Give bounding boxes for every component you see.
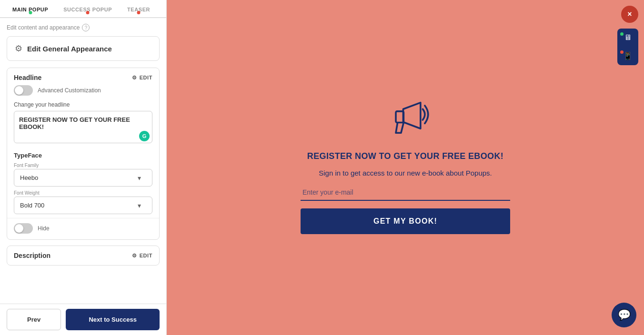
headline-section: Headline ⚙ EDIT Advanced Customization C… <box>7 68 160 240</box>
font-family-wrap: Font Family Heebo ▾ <box>7 163 159 190</box>
general-appearance-label: Edit General Appearance <box>27 45 112 53</box>
bottom-bar: Prev Next to Success <box>0 304 166 335</box>
close-button[interactable]: × <box>621 6 638 23</box>
help-icon[interactable]: ? <box>82 24 90 31</box>
tab-success-popup-dot <box>86 11 90 14</box>
panel-content: Edit content and appearance ? ⚙ Edit Gen… <box>0 18 166 304</box>
edit-content-label: Edit content and appearance ? <box>7 24 160 31</box>
description-gear-icon: ⚙ <box>132 253 137 259</box>
hide-toggle-row: Hide <box>7 218 159 239</box>
desktop-device-button[interactable]: 🖥 <box>617 29 638 47</box>
description-section-header: Description ⚙ EDIT <box>7 246 159 265</box>
email-placeholder: Enter your e-mail <box>302 188 508 196</box>
popup-card: REGISTER NOW TO GET YOUR FREE EBOOK! Sig… <box>282 82 529 253</box>
font-weight-wrap: Font Weight Bold 700 ▾ <box>7 190 159 218</box>
advanced-customization-row: Advanced Customization <box>7 85 159 100</box>
mobile-dot <box>620 50 624 54</box>
toggle-knob <box>15 86 23 95</box>
mobile-device-button[interactable]: 📱 <box>617 47 638 65</box>
left-panel: MAIN POPUP SUCCESS POPUP TEASER Edit con… <box>0 0 167 335</box>
grammarly-icon: G <box>139 131 150 141</box>
headline-title: Headline <box>14 74 41 81</box>
prev-button[interactable]: Prev <box>7 309 61 330</box>
change-headline-label: Change your headline <box>7 100 159 111</box>
popup-description: Sign in to get access to our new e-book … <box>319 169 492 177</box>
typeface-label: TypeFace <box>7 150 159 163</box>
font-weight-label: Font Weight <box>14 190 152 196</box>
hide-label: Hide <box>38 225 50 232</box>
headline-edit-button[interactable]: ⚙ EDIT <box>132 75 152 81</box>
megaphone-icon <box>379 96 432 144</box>
tab-bar: MAIN POPUP SUCCESS POPUP TEASER <box>0 0 166 18</box>
description-edit-button[interactable]: ⚙ EDIT <box>132 253 152 259</box>
chat-bubble-button[interactable]: 💬 <box>612 303 636 327</box>
chat-icon: 💬 <box>618 309 631 321</box>
device-switcher: 🖥 📱 <box>617 29 638 65</box>
headline-section-header: Headline ⚙ EDIT <box>7 68 159 85</box>
advanced-customization-toggle[interactable] <box>14 85 33 96</box>
headline-textarea[interactable]: REGISTER NOW TO GET YOUR FREE EBOOK! <box>14 111 152 143</box>
hide-toggle[interactable] <box>14 223 33 234</box>
tab-teaser-dot <box>137 11 141 14</box>
mobile-icon: 📱 <box>623 51 633 60</box>
next-button[interactable]: Next to Success <box>66 309 160 330</box>
right-preview: × 🖥 📱 REGISTER NOW TO GET YOUR FREE EBOO… <box>167 0 644 335</box>
headline-gear-icon: ⚙ <box>132 75 137 81</box>
font-family-label: Font Family <box>14 163 152 168</box>
headline-textarea-wrap: REGISTER NOW TO GET YOUR FREE EBOOK! G <box>7 111 159 150</box>
tab-main-popup-dot <box>29 11 32 14</box>
cta-button[interactable]: GET MY BOOK! <box>301 208 510 234</box>
description-title: Description <box>14 252 50 259</box>
general-appearance-section[interactable]: ⚙ Edit General Appearance <box>7 36 160 61</box>
advanced-customization-label: Advanced Customization <box>38 87 101 94</box>
tab-success-popup[interactable]: SUCCESS POPUP <box>56 0 120 17</box>
font-family-select[interactable]: Heebo <box>14 169 152 187</box>
tab-main-popup[interactable]: MAIN POPUP <box>5 0 56 17</box>
close-icon: × <box>627 10 632 19</box>
desktop-icon: 🖥 <box>624 33 632 42</box>
gear-icon: ⚙ <box>15 43 22 54</box>
font-weight-select[interactable]: Bold 700 <box>14 197 152 214</box>
description-section: Description ⚙ EDIT <box>7 246 160 266</box>
email-input-wrap: Enter your e-mail <box>301 185 510 201</box>
popup-headline: REGISTER NOW TO GET YOUR FREE EBOOK! <box>307 151 503 161</box>
desktop-active-dot <box>620 32 624 36</box>
hide-toggle-knob <box>15 224 23 233</box>
tab-teaser[interactable]: TEASER <box>120 0 158 17</box>
